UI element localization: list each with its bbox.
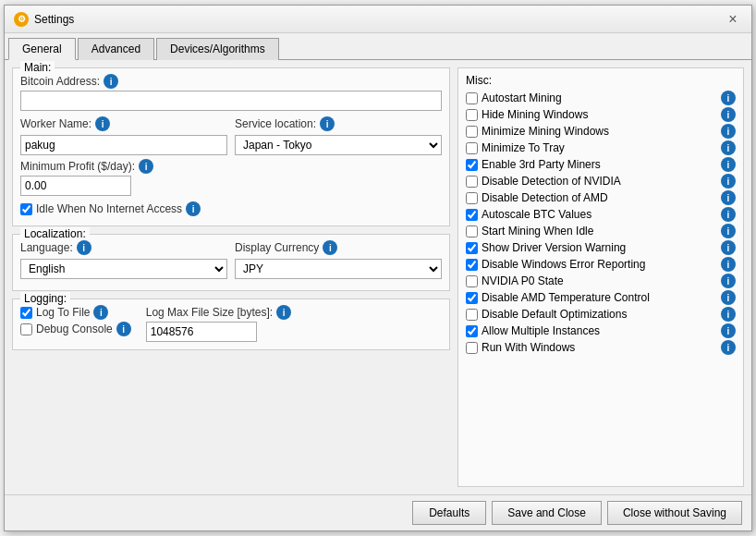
window-title: Settings	[34, 13, 74, 26]
misc-item-label: Disable AMD Temperature Control	[482, 291, 717, 304]
worker-service-row: Worker Name: i Service location: i Japan…	[20, 116, 442, 155]
idle-row: Idle When No Internet Access i	[20, 201, 442, 216]
misc-item-checkbox[interactable]	[466, 225, 478, 238]
tab-advanced[interactable]: Advanced	[78, 38, 154, 60]
misc-item-row: Minimize Mining Windowsi	[466, 124, 736, 139]
language-label: Language:	[20, 241, 73, 254]
misc-item-info-icon[interactable]: i	[721, 140, 736, 155]
misc-item-info-icon[interactable]: i	[721, 340, 736, 355]
language-info-icon[interactable]: i	[77, 240, 91, 255]
misc-item-checkbox[interactable]	[466, 176, 478, 188]
misc-item-label: Disable Detection of AMD	[482, 191, 717, 204]
misc-item-info-icon[interactable]: i	[721, 257, 736, 272]
misc-item-row: Show Driver Version Warningi	[466, 240, 736, 255]
misc-item-info-icon[interactable]: i	[721, 91, 736, 105]
misc-item-info-icon[interactable]: i	[721, 107, 736, 122]
misc-item-label: Disable Detection of NVIDIA	[482, 175, 717, 188]
idle-label: Idle When No Internet Access	[36, 202, 182, 215]
misc-item-row: Disable AMD Temperature Controli	[466, 290, 736, 305]
min-profit-row: Minimum Profit ($/day): i	[20, 159, 442, 174]
main-group: Main: Bitcoin Address: i Worker Name: i	[12, 67, 450, 226]
window-close-button[interactable]: ×	[724, 10, 742, 29]
misc-item-label: Show Driver Version Warning	[482, 241, 717, 254]
min-profit-input[interactable]	[20, 176, 131, 196]
misc-item-row: NVIDIA P0 Statei	[466, 274, 736, 288]
misc-item-checkbox[interactable]	[466, 126, 478, 138]
debug-console-checkbox[interactable]	[20, 323, 32, 335]
misc-item-info-icon[interactable]: i	[721, 207, 736, 222]
misc-item-checkbox[interactable]	[466, 159, 478, 171]
left-panel: Main: Bitcoin Address: i Worker Name: i	[12, 67, 450, 487]
misc-item-label: Allow Multiple Instances	[482, 324, 717, 337]
log-max-input[interactable]	[146, 322, 257, 342]
idle-info-icon[interactable]: i	[186, 201, 201, 216]
min-profit-info-icon[interactable]: i	[139, 159, 153, 174]
misc-item-checkbox[interactable]	[466, 192, 478, 204]
misc-item-info-icon[interactable]: i	[721, 190, 736, 205]
min-profit-label: Minimum Profit ($/day):	[20, 160, 135, 173]
settings-window: ⚙ Settings × General Advanced Devices/Al…	[4, 5, 752, 531]
misc-item-info-icon[interactable]: i	[721, 224, 736, 238]
log-max-info-icon[interactable]: i	[276, 305, 291, 320]
misc-item-label: Minimize Mining Windows	[482, 125, 717, 138]
tab-devices-algorithms[interactable]: Devices/Algorithms	[156, 38, 279, 60]
service-location-select[interactable]: Japan - Tokyo USA - East Europe - Amster…	[235, 135, 442, 155]
debug-console-info-icon[interactable]: i	[116, 322, 131, 336]
misc-item-checkbox[interactable]	[466, 209, 478, 221]
misc-item-checkbox[interactable]	[466, 342, 478, 354]
defaults-button[interactable]: Defaults	[412, 501, 486, 525]
misc-item-info-icon[interactable]: i	[721, 174, 736, 189]
misc-item-label: Enable 3rd Party Miners	[482, 158, 717, 171]
misc-item-info-icon[interactable]: i	[721, 157, 736, 172]
misc-label: Misc:	[466, 74, 736, 87]
log-to-file-checkbox[interactable]	[20, 307, 32, 319]
misc-panel: Misc: Autostart MiningiHide Mining Windo…	[457, 67, 744, 487]
close-no-save-button[interactable]: Close without Saving	[607, 501, 742, 525]
misc-item-checkbox[interactable]	[466, 309, 478, 321]
log-max-label: Log Max File Size [bytes]:	[146, 306, 273, 319]
title-bar-left: ⚙ Settings	[14, 12, 74, 27]
currency-info-icon[interactable]: i	[323, 240, 337, 255]
misc-item-info-icon[interactable]: i	[721, 274, 736, 288]
log-to-file-row: Log To File i	[20, 305, 131, 320]
log-to-file-info-icon[interactable]: i	[93, 305, 108, 320]
idle-checkbox[interactable]	[20, 203, 32, 215]
misc-item-row: Disable Default Optimizationsi	[466, 307, 736, 322]
misc-item-info-icon[interactable]: i	[721, 307, 736, 322]
misc-item-checkbox[interactable]	[466, 325, 478, 337]
tab-bar: General Advanced Devices/Algorithms	[5, 33, 751, 60]
currency-select[interactable]: JPY USD EUR	[235, 259, 442, 279]
service-location-info-icon[interactable]: i	[320, 116, 335, 131]
bitcoin-address-label: Bitcoin Address:	[20, 75, 100, 88]
misc-item-checkbox[interactable]	[466, 275, 478, 287]
misc-item-checkbox[interactable]	[466, 142, 478, 154]
localization-row: Language: i English Japanese Chinese Dis…	[20, 240, 442, 279]
language-select[interactable]: English Japanese Chinese	[20, 259, 227, 279]
misc-item-row: Disable Detection of AMDi	[466, 190, 736, 205]
misc-item-info-icon[interactable]: i	[721, 124, 736, 139]
bitcoin-address-input[interactable]	[20, 91, 442, 111]
misc-item-label: Disable Default Optimizations	[482, 308, 717, 321]
log-to-file-label: Log To File	[36, 306, 90, 319]
bitcoin-address-info-icon[interactable]: i	[104, 74, 118, 89]
bottom-bar: Defaults Save and Close Close without Sa…	[5, 494, 751, 530]
misc-item-info-icon[interactable]: i	[721, 240, 736, 255]
misc-item-info-icon[interactable]: i	[721, 290, 736, 305]
misc-item-info-icon[interactable]: i	[721, 323, 736, 338]
misc-item-checkbox[interactable]	[466, 259, 478, 271]
misc-item-row: Disable Windows Error Reportingi	[466, 257, 736, 272]
worker-name-info-icon[interactable]: i	[95, 116, 110, 131]
localization-group: Localization: Language: i English Japane…	[12, 234, 450, 291]
tab-general[interactable]: General	[8, 38, 76, 60]
log-max-col: Log Max File Size [bytes]: i	[146, 305, 291, 342]
worker-name-input[interactable]	[20, 135, 227, 155]
worker-name-col: Worker Name: i	[20, 116, 227, 155]
save-close-button[interactable]: Save and Close	[492, 501, 602, 525]
misc-item-checkbox[interactable]	[466, 109, 478, 121]
misc-item-checkbox[interactable]	[466, 92, 478, 104]
logging-checks: Log To File i Debug Console i	[20, 305, 131, 338]
misc-item-checkbox[interactable]	[466, 292, 478, 304]
currency-col: Display Currency i JPY USD EUR	[235, 240, 442, 279]
misc-item-checkbox[interactable]	[466, 242, 478, 254]
localization-group-label: Localization:	[20, 227, 90, 240]
